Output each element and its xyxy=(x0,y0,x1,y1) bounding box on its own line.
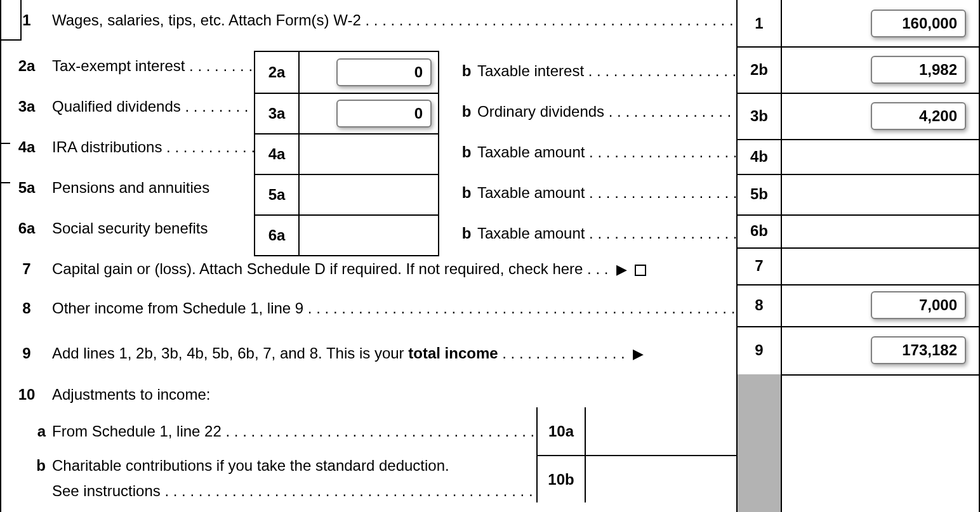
right-row-9: 9 173,182 xyxy=(738,326,979,374)
line-4b-label-block: b Taxable amount xyxy=(456,132,736,173)
line-1: 1 Wages, salaries, tips, etc. Attach For… xyxy=(1,11,736,29)
line-4a-label: IRA distributions xyxy=(52,138,254,156)
line-10b-label-1: Charitable contributions if you take the… xyxy=(52,457,536,475)
sub-10b-num: 10b xyxy=(538,456,586,502)
right-6b-num: 6b xyxy=(738,214,782,247)
right-9-num: 9 xyxy=(738,326,782,374)
line-10-label: Adjustments to income: xyxy=(52,386,736,404)
line-6b-label-block: b Taxable amount xyxy=(456,213,736,254)
right-6b-amt[interactable] xyxy=(782,214,979,247)
right-4b-amt[interactable] xyxy=(782,139,979,174)
line-7-number: 7 xyxy=(1,260,52,278)
line-7-label: Capital gain or (loss). Attach Schedule … xyxy=(52,260,736,278)
line-8-label: Other income from Schedule 1, line 9 xyxy=(52,299,736,317)
sub-row-10b: 10b xyxy=(538,455,738,502)
right-row-3b: 3b 4,200 xyxy=(738,93,979,139)
line-5a-number: 5a xyxy=(1,179,52,197)
line-5a: 5a Pensions and annuities xyxy=(1,179,254,197)
line-3b-label: Ordinary dividends xyxy=(477,103,736,121)
line-5a-label: Pensions and annuities xyxy=(52,179,254,197)
line-5b-label: Taxable amount xyxy=(477,184,736,202)
sub-row-10a: 10a xyxy=(538,407,738,455)
line-6b-label: Taxable amount xyxy=(477,225,736,242)
line-5b-label-block: b Taxable amount xyxy=(456,173,736,213)
mid-2a-num: 2a xyxy=(255,52,300,93)
right-row-1: 1 160,000 xyxy=(738,0,979,46)
line-2b-label: Taxable interest xyxy=(477,62,736,80)
line-9: 9 Add lines 1, 2b, 3b, 4b, 5b, 6b, 7, an… xyxy=(1,345,736,362)
mid-3a-num: 3a xyxy=(255,94,300,133)
line-1-number: 1 xyxy=(1,11,52,29)
line-10b-cont: See instructions xyxy=(1,482,536,500)
line-10: 10 Adjustments to income: xyxy=(1,386,736,404)
line-6a-number: 6a xyxy=(1,220,52,237)
right-row-5b: 5b xyxy=(738,174,979,214)
line-3b-label-block: b Ordinary dividends xyxy=(456,91,736,132)
line-3a-number: 3a xyxy=(1,98,52,115)
right-2b-amt[interactable]: 1,982 xyxy=(782,46,979,93)
arrow-icon: ▶ xyxy=(629,346,647,362)
line-3a-label: Qualified dividends xyxy=(52,98,254,115)
line-4a-number: 4a xyxy=(1,138,52,156)
b-letter: b xyxy=(456,184,477,202)
right-amount-column: 1 160,000 2b 1,982 3b 4,200 4b 5b 6b xyxy=(736,0,979,512)
line-10a: a From Schedule 1, line 22 xyxy=(1,423,536,440)
line-8: 8 Other income from Schedule 1, line 9 xyxy=(1,299,736,317)
right-row-4b: 4b xyxy=(738,139,979,174)
right-5b-num: 5b xyxy=(738,174,782,214)
mid-6a-val[interactable] xyxy=(300,216,439,255)
b-letter: b xyxy=(456,62,477,80)
mid-5a-val[interactable] xyxy=(300,175,439,214)
right-shade-10 xyxy=(738,374,782,512)
right-row-8: 8 7,000 xyxy=(738,284,979,326)
line-2b-label-block: b Taxable interest xyxy=(456,51,736,91)
right-1-num: 1 xyxy=(738,0,782,46)
line-10b: b Charitable contributions if you take t… xyxy=(1,457,536,475)
line-4a: 4a IRA distributions xyxy=(1,138,254,156)
line-9-label: Add lines 1, 2b, 3b, 4b, 5b, 6b, 7, and … xyxy=(52,345,736,362)
line-8-number: 8 xyxy=(1,299,52,317)
right-7-amt[interactable] xyxy=(782,247,979,284)
line-10b-number: b xyxy=(1,457,52,475)
line-1-label: Wages, salaries, tips, etc. Attach Form(… xyxy=(52,11,736,29)
line-10-subtable: 10a 10b xyxy=(536,407,738,502)
mid-4a-val[interactable] xyxy=(300,135,439,174)
line-4b-label: Taxable amount xyxy=(477,143,736,161)
form-1040-income-section: 1 Wages, salaries, tips, etc. Attach For… xyxy=(0,0,980,512)
line-6a-label: Social security benefits xyxy=(52,220,254,237)
line-7-checkbox[interactable] xyxy=(635,265,646,276)
right-8-amt[interactable]: 7,000 xyxy=(782,284,979,326)
right-1-amt[interactable]: 160,000 xyxy=(782,0,979,46)
sub-10a-val[interactable] xyxy=(586,407,738,455)
mid-3a-val[interactable]: 0 xyxy=(300,94,439,133)
right-3b-amt[interactable]: 4,200 xyxy=(782,93,979,139)
right-3b-num: 3b xyxy=(738,93,782,139)
right-2b-num: 2b xyxy=(738,46,782,93)
sub-10b-val[interactable] xyxy=(586,456,738,502)
mid-2a-val[interactable]: 0 xyxy=(300,52,439,93)
mid-4a-num: 4a xyxy=(255,135,300,174)
arrow-icon: ▶ xyxy=(612,261,631,277)
line-7: 7 Capital gain or (loss). Attach Schedul… xyxy=(1,260,736,278)
b-letter: b xyxy=(456,225,477,242)
right-9-amt[interactable]: 173,182 xyxy=(782,326,979,374)
right-row-2b: 2b 1,982 xyxy=(738,46,979,93)
right-7-num: 7 xyxy=(738,247,782,284)
sub-10a-num: 10a xyxy=(538,407,586,455)
mid-5a-num: 5a xyxy=(255,175,300,214)
mid-row-5a: 5a xyxy=(255,174,439,214)
mid-6a-num: 6a xyxy=(255,216,300,255)
right-5b-amt[interactable] xyxy=(782,174,979,214)
line-10a-number: a xyxy=(1,423,52,440)
line-2a: 2a Tax-exempt interest xyxy=(1,57,254,75)
right-row-6b: 6b xyxy=(738,214,979,247)
line-6a: 6a Social security benefits xyxy=(1,220,254,237)
mid-row-6a: 6a xyxy=(255,214,439,255)
mid-row-2a: 2a 0 xyxy=(255,52,439,93)
b-letter: b xyxy=(456,103,477,121)
mid-row-4a: 4a xyxy=(255,133,439,174)
line-10b-label-2: See instructions xyxy=(52,482,536,500)
mid-amount-table: 2a 0 3a 0 4a 5a 6a xyxy=(254,51,439,256)
line-3a: 3a Qualified dividends xyxy=(1,98,254,115)
line-2a-number: 2a xyxy=(1,57,52,75)
